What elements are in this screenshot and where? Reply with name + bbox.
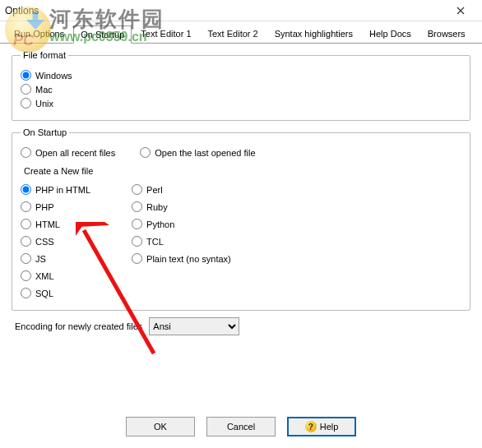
radio-php-in-html[interactable] <box>21 184 31 195</box>
radio-js[interactable] <box>21 253 31 264</box>
label-tcl: TCL <box>146 237 164 247</box>
label-open-all-recent: Open all recent files <box>35 148 115 158</box>
cancel-button[interactable]: Cancel <box>206 417 276 436</box>
radio-perl[interactable] <box>132 184 142 195</box>
close-icon <box>457 7 465 15</box>
encoding-label: Encoding for newly created files <box>15 321 142 331</box>
label-php-in-html: PHP in HTML <box>35 185 90 195</box>
label-python: Python <box>146 219 174 229</box>
cancel-label: Cancel <box>227 422 255 432</box>
label-open-last: Open the last opened file <box>155 148 255 158</box>
window-title: Options <box>5 5 39 16</box>
radio-plain-text[interactable] <box>132 253 142 264</box>
tab-syntax-highlighters[interactable]: Syntax highlightiers <box>267 25 360 43</box>
radio-open-last[interactable] <box>140 147 151 158</box>
on-startup-group: On Startup Open all recent files Open th… <box>12 127 470 311</box>
tab-run-options[interactable]: Run Options <box>7 25 72 43</box>
ok-button[interactable]: OK <box>126 417 195 436</box>
encoding-row: Encoding for newly created files Ansi <box>15 317 470 335</box>
radio-html[interactable] <box>21 219 31 229</box>
label-windows: Windows <box>35 71 72 81</box>
label-js: JS <box>35 254 46 264</box>
label-php: PHP <box>35 202 54 212</box>
create-new-file-label: Create a New file <box>24 166 461 176</box>
radio-unix[interactable] <box>21 98 31 109</box>
ok-label: OK <box>154 422 167 432</box>
radio-xml[interactable] <box>21 270 31 281</box>
radio-windows[interactable] <box>21 70 31 81</box>
tab-browsers[interactable]: Browsers <box>420 25 473 43</box>
radio-php[interactable] <box>21 201 31 212</box>
tab-text-editor-2[interactable]: Text Editor 2 <box>201 25 266 43</box>
content-area: File format Windows Mac Unix On Startup … <box>0 44 482 342</box>
radio-css[interactable] <box>21 236 31 247</box>
label-mac: Mac <box>35 85 53 95</box>
radio-ruby[interactable] <box>132 201 142 212</box>
file-format-legend: File format <box>21 50 68 60</box>
label-sql: SQL <box>35 289 53 298</box>
radio-mac[interactable] <box>21 84 31 95</box>
help-icon: ? <box>305 421 317 432</box>
file-format-group: File format Windows Mac Unix <box>12 50 470 121</box>
radio-tcl[interactable] <box>132 236 142 247</box>
help-label: Help <box>320 422 339 432</box>
label-perl: Perl <box>146 185 163 195</box>
radio-python[interactable] <box>132 219 142 229</box>
label-plain-text: Plain text (no syntax) <box>146 254 231 264</box>
label-html: HTML <box>35 219 60 229</box>
label-unix: Unix <box>35 99 53 109</box>
help-button[interactable]: ? Help <box>287 417 356 436</box>
tab-on-startup[interactable]: On Startup <box>73 25 132 44</box>
titlebar: Options <box>0 0 482 21</box>
dialog-buttons: OK Cancel ? Help <box>0 417 482 436</box>
encoding-select[interactable]: Ansi <box>149 317 239 335</box>
label-css: CSS <box>35 237 54 247</box>
close-button[interactable] <box>444 2 477 20</box>
label-xml: XML <box>35 271 54 281</box>
label-ruby: Ruby <box>146 202 168 212</box>
radio-open-all-recent[interactable] <box>21 147 31 158</box>
tab-text-editor-1[interactable]: Text Editor 1 <box>133 25 198 43</box>
radio-sql[interactable] <box>21 288 31 298</box>
tabstrip: Run Options On Startup Text Editor 1 Tex… <box>0 21 482 44</box>
tab-help-docs[interactable]: Help Docs <box>362 25 419 43</box>
on-startup-legend: On Startup <box>21 127 69 137</box>
